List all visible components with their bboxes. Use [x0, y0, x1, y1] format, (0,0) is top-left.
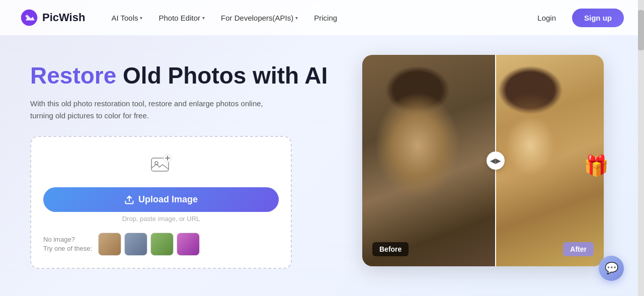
hero-title: Restore Old Photos with AI [30, 62, 342, 89]
upload-image-button[interactable]: Upload Image [43, 187, 279, 212]
svg-point-1 [26, 15, 28, 18]
scrollbar[interactable] [638, 0, 644, 296]
navbar: PicWish AI Tools ▾ Photo Editor ▾ For De… [0, 0, 644, 35]
upload-subtitle: Drop, paste image, or URL [43, 215, 279, 223]
sample-thumb-3[interactable] [150, 233, 174, 256]
upload-icon-area [43, 152, 279, 177]
chevron-down-icon: ▾ [295, 15, 298, 21]
login-button[interactable]: Login [529, 10, 564, 26]
nav-pricing[interactable]: Pricing [308, 10, 343, 26]
nav-links: AI Tools ▾ Photo Editor ▾ For Developers… [105, 10, 529, 26]
nav-right: Login Sign up [529, 9, 624, 27]
brand-name: PicWish [42, 11, 85, 24]
chevron-down-icon: ▾ [202, 15, 205, 21]
add-photo-icon [148, 152, 174, 177]
nav-photo-editor[interactable]: Photo Editor ▾ [152, 10, 211, 26]
sample-thumb-1[interactable] [98, 233, 121, 256]
nav-ai-tools[interactable]: AI Tools ▾ [105, 10, 148, 26]
before-after-container: ◀▶ Before After [362, 55, 604, 266]
comparison-handle[interactable]: ◀▶ [487, 152, 505, 170]
sample-thumbnails [98, 233, 200, 256]
upload-icon [124, 195, 134, 205]
upload-box: Upload Image Drop, paste image, or URL N… [30, 136, 292, 269]
sample-thumb-2[interactable] [124, 233, 147, 256]
before-label: Before [372, 242, 409, 256]
left-section: Restore Old Photos with AI With this old… [30, 62, 342, 269]
chat-button[interactable]: 💬 [599, 256, 624, 281]
main-content: Restore Old Photos with AI With this old… [0, 35, 644, 296]
hero-title-highlight: Restore [30, 62, 116, 89]
sample-images-section: No image? Try one of these: [43, 233, 279, 256]
before-panel [362, 55, 495, 266]
comparison-divider: ◀▶ [495, 55, 496, 266]
after-label: After [563, 242, 594, 256]
signup-button[interactable]: Sign up [572, 9, 624, 27]
hero-subtitle: With this old photo restoration tool, re… [30, 98, 272, 122]
scrollbar-thumb[interactable] [638, 10, 644, 50]
hero-title-rest: Old Photos with AI [116, 62, 328, 89]
logo[interactable]: PicWish [20, 9, 85, 27]
no-image-text: No image? Try one of these: [43, 235, 92, 253]
right-section: ✦ ✦ ◀▶ Before After 🎁 [362, 55, 614, 276]
sample-thumb-4[interactable] [177, 233, 200, 256]
nav-for-developers[interactable]: For Developers(APIs) ▾ [215, 10, 304, 26]
chevron-down-icon: ▾ [140, 15, 142, 21]
gift-decoration: 🎁 [584, 154, 609, 178]
logo-icon [20, 9, 38, 27]
